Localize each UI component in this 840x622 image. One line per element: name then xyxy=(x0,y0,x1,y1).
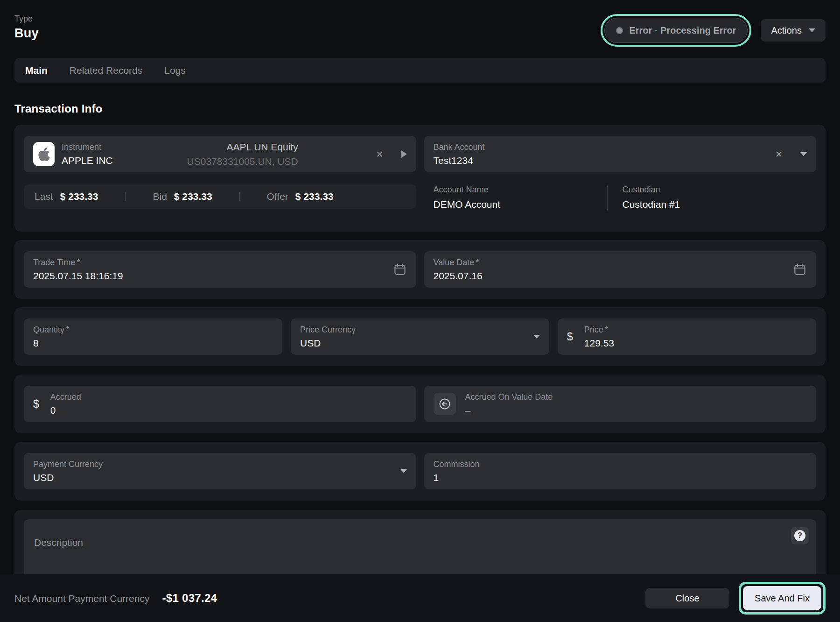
chevron-down-icon[interactable] xyxy=(400,469,407,473)
instrument-logo xyxy=(33,142,55,166)
trade-time-value: 2025.07.15 18:16:19 xyxy=(33,270,123,282)
chevron-down-icon[interactable] xyxy=(800,152,807,156)
bank-account-field[interactable]: Bank Account Test1234 ✕ xyxy=(424,136,817,172)
bank-account-text: Bank Account Test1234 xyxy=(434,142,485,166)
payment-card: Payment Currency USD Commission 1 xyxy=(14,442,826,501)
instrument-column: Instrument APPLE INC AAPL UN Equity US03… xyxy=(24,136,416,210)
accrued-label: Accrued xyxy=(50,392,81,402)
custodian-label: Custodian xyxy=(623,185,680,195)
tab-bar: Main Related Records Logs xyxy=(14,58,826,83)
payment-currency-text: Payment Currency USD xyxy=(33,459,103,483)
commission-value: 1 xyxy=(434,472,480,483)
payment-currency-label: Payment Currency xyxy=(33,459,103,469)
quote-bid: Bid $ 233.33 xyxy=(153,191,212,202)
description-placeholder: Description xyxy=(34,537,83,548)
bank-account-value: Test1234 xyxy=(434,155,485,166)
trade-time-text: Trade Time* 2025.07.15 18:16:19 xyxy=(33,258,123,282)
accrued-value: 0 xyxy=(50,405,81,416)
accrued-text: Accrued 0 xyxy=(50,392,81,416)
commission-text: Commission 1 xyxy=(434,459,480,483)
dates-card: Trade Time* 2025.07.15 18:16:19 Value Da… xyxy=(14,240,826,299)
quote-offer-label: Offer xyxy=(267,191,288,202)
expand-instrument-icon[interactable] xyxy=(401,150,407,158)
footer-bar: Net Amount Payment Currency -$1 037.24 C… xyxy=(0,574,840,622)
quote-last-label: Last xyxy=(35,191,53,202)
instrument-value: APPLE INC xyxy=(62,155,113,166)
instrument-ticker: AAPL UN Equity xyxy=(187,141,298,153)
help-button[interactable]: ? xyxy=(791,527,809,544)
status-badge-highlight[interactable]: Error · Processing Error xyxy=(601,14,751,47)
net-amount-label: Net Amount Payment Currency xyxy=(14,593,149,604)
status-badge-label: Error · Processing Error xyxy=(629,25,736,36)
price-value: 129.53 xyxy=(584,338,614,349)
accrued-on-value-date-label: Accrued On Value Date xyxy=(465,392,553,402)
quote-divider xyxy=(239,192,240,201)
payment-currency-value: USD xyxy=(33,472,103,483)
page-header: Type Buy Error · Processing Error Action… xyxy=(14,14,826,47)
trade-time-label: Trade Time* xyxy=(33,258,123,268)
instrument-text: Instrument APPLE INC xyxy=(62,142,113,166)
quantity-field[interactable]: Quantity* 8 xyxy=(24,318,282,355)
accrued-field[interactable]: $ Accrued 0 xyxy=(24,386,416,422)
vertical-divider xyxy=(607,186,608,210)
instrument-label: Instrument xyxy=(62,142,113,152)
value-date-field[interactable]: Value Date* 2025.07.16 xyxy=(424,251,817,288)
quote-bid-value: $ 233.33 xyxy=(174,191,212,202)
bank-column: Bank Account Test1234 ✕ Account Name DEM… xyxy=(424,136,817,210)
type-label: Type xyxy=(14,14,39,24)
bank-account-label: Bank Account xyxy=(434,142,485,152)
instrument-field[interactable]: Instrument APPLE INC AAPL UN Equity US03… xyxy=(24,136,416,172)
dollar-prefix-icon: $ xyxy=(33,398,39,410)
price-currency-label: Price Currency xyxy=(300,325,356,335)
accrued-on-value-date-field[interactable]: Accrued On Value Date – xyxy=(424,386,817,422)
status-dot-icon xyxy=(616,27,623,34)
price-label: Price* xyxy=(584,325,614,335)
tab-related-records[interactable]: Related Records xyxy=(70,65,142,76)
price-currency-text: Price Currency USD xyxy=(300,325,356,349)
account-details-row: Account Name DEMO Account Custodian Cust… xyxy=(424,185,817,210)
calendar-icon[interactable] xyxy=(393,262,407,277)
quotes-bar: Last $ 233.33 Bid $ 233.33 Offer $ 233.3… xyxy=(24,184,416,209)
instrument-isin: US0378331005.UN, USD xyxy=(187,156,298,167)
actions-button[interactable]: Actions xyxy=(761,19,826,42)
close-button[interactable]: Close xyxy=(645,588,729,608)
accrued-card: $ Accrued 0 Accrued On Value Date – xyxy=(14,375,826,433)
account-name-label: Account Name xyxy=(434,185,607,195)
type-block: Type Buy xyxy=(14,14,39,41)
chevron-down-icon[interactable] xyxy=(533,335,540,339)
instrument-controls: ✕ xyxy=(376,150,407,159)
page-title: Buy xyxy=(14,26,39,41)
calendar-icon[interactable] xyxy=(793,262,807,277)
copy-accrued-button[interactable] xyxy=(434,393,456,415)
quote-last-value: $ 233.33 xyxy=(60,191,98,202)
price-currency-field[interactable]: Price Currency USD xyxy=(291,318,549,355)
question-mark-icon: ? xyxy=(794,530,805,541)
save-button-highlight: Save And Fix xyxy=(739,582,826,615)
quantity-value: 8 xyxy=(33,338,69,349)
tab-main[interactable]: Main xyxy=(25,65,48,76)
quote-last: Last $ 233.33 xyxy=(35,191,98,202)
commission-field[interactable]: Commission 1 xyxy=(424,453,817,489)
quote-offer-value: $ 233.33 xyxy=(295,191,334,202)
price-field[interactable]: $ Price* 129.53 xyxy=(558,318,816,355)
value-date-label: Value Date* xyxy=(434,258,483,268)
dollar-prefix-icon: $ xyxy=(567,331,573,343)
payment-currency-field[interactable]: Payment Currency USD xyxy=(24,453,416,489)
clear-instrument-icon[interactable]: ✕ xyxy=(376,150,384,159)
quote-bid-label: Bid xyxy=(153,191,167,202)
instrument-identifiers: AAPL UN Equity US0378331005.UN, USD xyxy=(187,141,298,167)
trade-time-field[interactable]: Trade Time* 2025.07.15 18:16:19 xyxy=(24,251,416,288)
value-date-value: 2025.07.16 xyxy=(434,270,483,282)
quantity-text: Quantity* 8 xyxy=(33,325,69,349)
net-amount-block: Net Amount Payment Currency -$1 037.24 xyxy=(14,592,217,605)
transaction-detail-page: Type Buy Error · Processing Error Action… xyxy=(0,0,840,622)
arrow-left-circle-icon xyxy=(438,397,452,411)
clear-bank-account-icon[interactable]: ✕ xyxy=(775,150,783,159)
price-text: Price* 129.53 xyxy=(584,325,614,349)
save-and-fix-button[interactable]: Save And Fix xyxy=(743,586,821,610)
header-actions: Error · Processing Error Actions xyxy=(601,14,826,47)
tab-logs[interactable]: Logs xyxy=(164,65,186,76)
status-badge[interactable]: Error · Processing Error xyxy=(604,18,748,43)
account-name-value: DEMO Account xyxy=(434,199,607,210)
actions-button-label: Actions xyxy=(771,25,802,36)
